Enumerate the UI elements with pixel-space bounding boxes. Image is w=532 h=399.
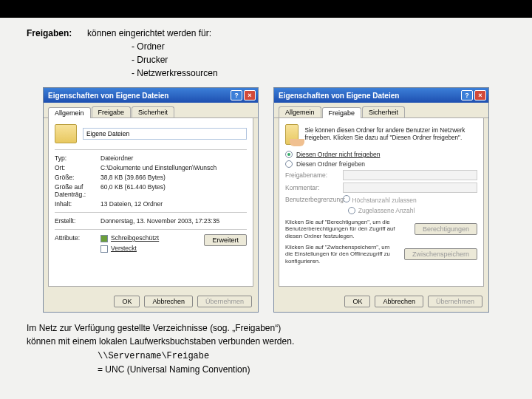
value-ort: C:\Dokumente und Einstellungen\Wunsch [100,164,247,171]
label-sharename: Freigabename: [285,171,338,179]
share-desc: Sie können diesen Ordner für andere Benu… [304,127,477,143]
label-attribute: Attribute: [55,234,96,253]
checkbox-hidden[interactable] [100,245,108,253]
intro-desc: können eingerichtet werden für: [87,27,505,40]
help-icon[interactable]: ? [231,90,242,100]
sharename-input [343,170,477,180]
cancel-button[interactable]: Abbrechen [144,296,193,307]
intro-text: Freigaben: können eingerichtet werden fü… [27,27,505,80]
ok-button[interactable]: OK [344,296,370,307]
properties-dialog-general: Eigenschaften von Eigene Dateien ? × All… [43,87,259,313]
titlebar[interactable]: Eigenschaften von Eigene Dateien ? × [274,88,488,103]
unc-path: \\Servername\Freigabe [27,351,505,361]
label-ort: Ort: [55,164,96,171]
window-title: Eigenschaften von Eigene Dateien [48,92,229,100]
cache-text: Klicken Sie auf "Zwischenspeichern", um … [285,244,398,265]
outro-text: Im Netz zur Verfügung gestellte Verzeich… [27,321,505,348]
bullet: - Drucker [132,53,505,66]
label-groesse: Größe: [55,174,96,181]
cache-button[interactable]: Zwischenspeichern [404,248,477,260]
tab-security[interactable]: Sicherheit [362,106,405,117]
permissions-button[interactable]: Berechtigungen [415,223,477,235]
value-erstellt: Donnerstag, 13. November 2003, 17:23:35 [100,217,247,225]
folder-name-input[interactable] [83,128,247,140]
unc-desc: = UNC (Universal Naming Convention) [27,364,505,375]
folder-icon [55,124,77,143]
radio-icon [285,151,293,158]
apply-button[interactable]: Übernehmen [428,296,482,307]
attr-hidden[interactable]: Versteckt [111,245,137,252]
bullet: - Ordner [132,40,505,53]
value-disk: 60,0 KB (61.440 Bytes) [100,183,247,198]
radio-icon [343,195,350,202]
value-inhalt: 13 Dateien, 12 Ordner [100,200,247,208]
label-disk: Größe auf Datenträg.: [55,183,96,198]
tab-share[interactable]: Freigabe [322,107,362,118]
help-icon[interactable]: ? [461,90,473,100]
titlebar[interactable]: Eigenschaften von Eigene Dateien ? × [44,88,258,103]
share-folder-icon [285,124,299,145]
value-groesse: 38,8 KB (39.866 Bytes) [100,174,247,181]
attr-readonly[interactable]: Schreibgeschützt [111,234,159,242]
advanced-button[interactable]: Erweitert [204,234,247,246]
radio-share[interactable]: Diesen Ordner freigeben [285,160,477,168]
apply-button[interactable]: Übernehmen [197,296,252,307]
radio-icon [348,207,355,214]
comment-input [343,183,477,193]
label-allow: Zugelassene Anzahl [358,207,415,214]
close-icon[interactable]: × [474,90,486,100]
ok-button[interactable]: OK [114,296,140,307]
radio-no-share[interactable]: Diesen Ordner nicht freigeben [285,151,477,158]
cancel-button[interactable]: Abbrechen [375,296,423,307]
label-limit: Benutzerbegrenzung: [285,196,338,203]
tab-share[interactable]: Freigabe [92,106,132,117]
label-erstellt: Erstellt: [55,217,96,225]
properties-dialog-share: Eigenschaften von Eigene Dateien ? × All… [273,87,489,313]
tab-general[interactable]: Allgemein [279,106,321,117]
perm-text: Klicken Sie auf "Berechtigungen", um die… [285,219,409,239]
bullet: - Netzwerkressourcen [132,66,505,80]
label-inhalt: Inhalt: [55,200,96,208]
radio-icon [285,160,293,168]
value-typ: Dateiordner [100,154,247,162]
tab-general[interactable]: Allgemein [48,107,91,118]
intro-label: Freigaben: [27,27,87,80]
label-comment: Kommentar: [285,184,338,191]
label-typ: Typ: [55,154,96,162]
checkbox-readonly[interactable] [100,235,108,242]
window-title: Eigenschaften von Eigene Dateien [279,92,460,100]
close-icon[interactable]: × [244,90,256,100]
tab-security[interactable]: Sicherheit [132,106,174,117]
